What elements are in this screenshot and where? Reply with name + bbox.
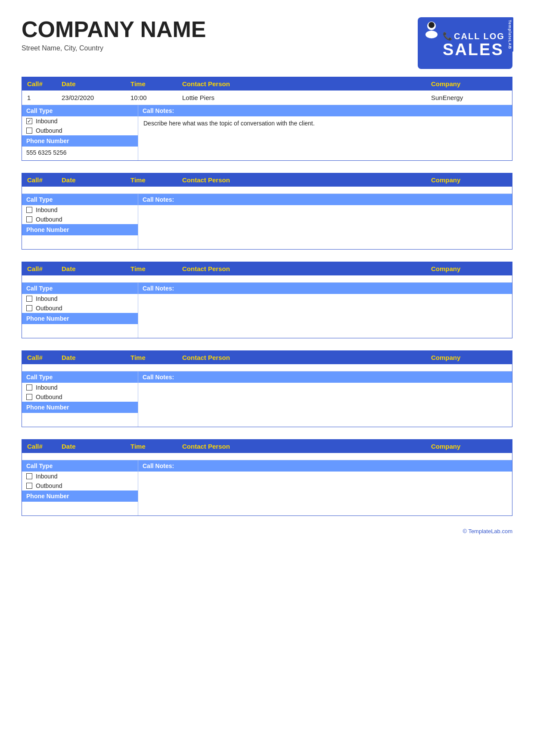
call-body: Call Type Inbound Outbound Phone Number … [22,194,512,249]
outbound-checkbox[interactable] [26,128,32,134]
col-header-date: Date [56,262,125,275]
col-header-call-num: Call# [22,351,56,364]
call-right-panel: Call Notes: Describe here what was the t… [138,105,512,160]
call-contact-value [177,187,426,194]
phone-number-label: Phone Number [22,490,138,502]
call-data-row [22,453,512,460]
inbound-label: Inbound [36,206,58,213]
call-time-value [125,364,177,371]
col-header-call-num: Call# [22,173,56,187]
company-address: Street Name, City, Country [22,44,206,52]
call-body: Call Type Inbound Outbound Phone Number … [22,283,512,338]
svg-point-1 [428,22,435,28]
call-body: Call Type Inbound Outbound Phone Number … [22,460,512,515]
col-header-contact: Contact Person [177,77,426,91]
inbound-label: Inbound [36,295,58,302]
outbound-checkbox-row: Outbound [22,215,138,224]
call-data-row: 1 23/02/2020 10:00 Lottie Piers SunEnerg… [22,91,512,105]
col-header-date: Date [56,440,125,453]
call-notes-content [138,383,512,413]
call-right-panel: Call Notes: [138,372,512,427]
call-date-value [56,275,125,282]
call-notes-content: Describe here what was the topic of conv… [138,116,512,147]
company-name: COMPANY NAME [22,17,206,42]
inbound-checkbox-row: Inbound [22,205,138,215]
phone-number-label: Phone Number [22,135,138,147]
call-company-value [426,453,512,460]
inbound-checkbox[interactable] [26,207,32,213]
col-header-date: Date [56,351,125,364]
outbound-label: Outbound [36,482,62,489]
inbound-label: Inbound [36,473,58,480]
logo-call-log-text: CALL LOG [454,31,505,41]
call-date-value [56,453,125,460]
col-header-contact: Contact Person [177,440,426,453]
call-num-value [22,364,56,371]
inbound-checkbox[interactable]: ✓ [26,118,32,124]
col-header-company: Company [426,77,512,91]
call-notes-label: Call Notes: [138,372,512,383]
call-type-label: Call Type [22,283,138,294]
col-header-company: Company [426,351,512,364]
col-header-company: Company [426,440,512,453]
col-header-time: Time [125,77,177,91]
page-header: COMPANY NAME Street Name, City, Country … [22,17,512,69]
call-notes-content [138,205,512,235]
phone-number-value [22,235,138,249]
entries-container: Call# Date Time Contact Person Company 1… [22,77,512,516]
call-num-value [22,275,56,282]
call-notes-label: Call Notes: [138,460,512,472]
outbound-label: Outbound [36,305,62,312]
call-body: Call Type Inbound Outbound Phone Number … [22,372,512,427]
outbound-label: Outbound [36,127,62,134]
call-right-panel: Call Notes: [138,460,512,515]
inbound-checkbox[interactable] [26,296,32,302]
footer: © TemplateLab.com [22,528,512,534]
outbound-checkbox-row: Outbound [22,303,138,313]
phone-number-value: 555 6325 5256 [22,147,138,160]
col-header-contact: Contact Person [177,351,426,364]
call-time-value [125,275,177,282]
outbound-checkbox-row: Outbound [22,392,138,402]
col-header-time: Time [125,440,177,453]
col-header-call-num: Call# [22,262,56,275]
inbound-checkbox[interactable] [26,384,32,390]
company-section: COMPANY NAME Street Name, City, Country [22,17,206,52]
logo-person-icon [422,20,441,39]
call-notes-content [138,294,512,324]
call-company-value [426,275,512,282]
call-left-panel: Call Type Inbound Outbound Phone Number [22,194,138,249]
call-entry-5: Call# Date Time Contact Person Company C… [22,439,512,516]
call-time-value: 10:00 [125,91,177,105]
outbound-label: Outbound [36,394,62,400]
call-entry-4: Call# Date Time Contact Person Company C… [22,350,512,427]
logo-box: 📞 CALL LOG SALES [418,17,512,69]
logo-sales-text: SALES [443,41,504,58]
call-date-value [56,187,125,194]
col-header-call-num: Call# [22,77,56,91]
call-type-label: Call Type [22,460,138,472]
col-header-date: Date [56,77,125,91]
col-header-company: Company [426,262,512,275]
call-data-row [22,187,512,194]
call-company-value [426,187,512,194]
col-header-time: Time [125,173,177,187]
call-num-value [22,453,56,460]
inbound-checkbox-row: Inbound [22,383,138,392]
call-entry-1: Call# Date Time Contact Person Company 1… [22,77,512,161]
call-data-row [22,275,512,283]
inbound-label: Inbound [36,118,58,125]
outbound-checkbox[interactable] [26,394,32,400]
outbound-label: Outbound [36,216,62,223]
call-company-value [426,364,512,371]
outbound-checkbox-row: Outbound [22,126,138,135]
col-header-date: Date [56,173,125,187]
phone-number-value [22,502,138,515]
outbound-checkbox[interactable] [26,216,32,222]
inbound-checkbox[interactable] [26,473,32,479]
outbound-checkbox[interactable] [26,483,32,489]
call-right-panel: Call Notes: [138,194,512,249]
outbound-checkbox[interactable] [26,305,32,311]
inbound-checkbox-row: Inbound [22,472,138,481]
call-type-label: Call Type [22,105,138,116]
